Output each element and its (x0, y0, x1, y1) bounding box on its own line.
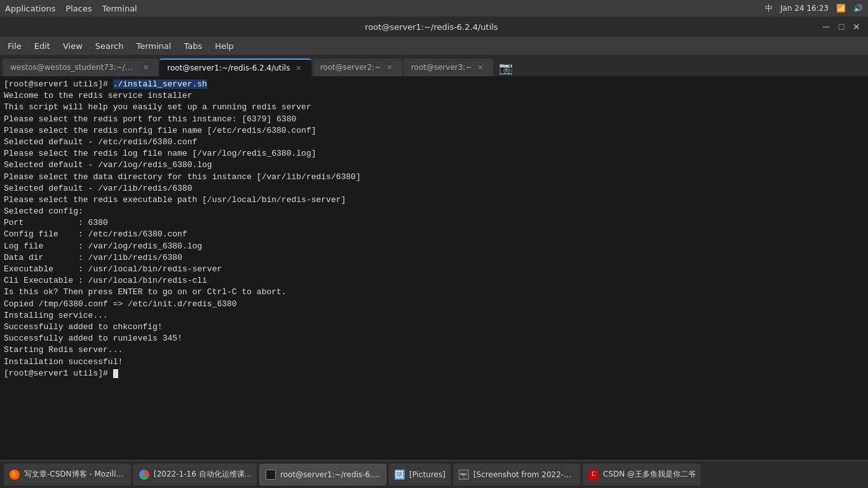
tab-label: westos@westos_student73:~/Deskt... (10, 63, 137, 72)
tab-label-server3: root@server3:~ (411, 63, 472, 72)
tab-server2[interactable]: root@server2:~ ✕ (313, 58, 402, 76)
window-title: root@server1:~/redis-6.2.4/utils (43, 22, 820, 32)
tab-close-westos[interactable]: ✕ (141, 63, 151, 72)
terminal-line: Executable : /usr/local/bin/redis-server (4, 264, 864, 275)
taskbar-label: [Screenshot from 2022-01-... (473, 470, 575, 479)
taskbar-item-4[interactable]: 📷[Screenshot from 2022-01-... (453, 464, 580, 485)
terminal-area[interactable]: [root@server1 utils]# ./install_server.s… (0, 76, 868, 460)
menu-item-search[interactable]: Search (90, 40, 129, 52)
files-icon: 🖼 (395, 470, 405, 480)
terminal-menu[interactable]: Terminal (102, 4, 137, 13)
tab-close-server1[interactable]: ✕ (294, 64, 303, 73)
menu-item-edit[interactable]: Edit (29, 40, 55, 52)
terminal-line: Selected default - /var/log/redis_6380.l… (4, 159, 864, 171)
tab-close-server3[interactable]: ✕ (475, 63, 485, 72)
terminal-line: Log file : /var/log/redis_6380.log (4, 241, 864, 252)
tab-server1[interactable]: root@server1:~/redis-6.2.4/utils ✕ (159, 58, 311, 76)
taskbar-item-0[interactable]: 写文章-CSDN博客 - Mozilla... (4, 464, 131, 485)
terminal-line: Is this ok? Then press ENTER to go on or… (4, 287, 864, 298)
menu-item-file[interactable]: File (3, 40, 27, 52)
menu-item-view[interactable]: View (58, 40, 88, 52)
tabs-bar: westos@westos_student73:~/Deskt... ✕ roo… (0, 55, 868, 76)
taskbar-label: 写文章-CSDN博客 - Mozilla... (24, 469, 126, 480)
system-bar-left: Applications Places Terminal (5, 4, 137, 13)
new-tab-button[interactable]: 📷 (497, 58, 515, 76)
places-menu[interactable]: Places (65, 4, 92, 13)
minimize-button[interactable]: ─ (820, 20, 832, 33)
window-controls: ─ □ ✕ (820, 20, 863, 33)
terminal-icon (266, 470, 276, 480)
terminal-line: Successfully added to chkconfig! (4, 322, 864, 333)
applications-menu[interactable]: Applications (5, 4, 55, 13)
taskbar-item-2[interactable]: root@server1:~/redis-6.2... (259, 464, 386, 485)
system-bar: Applications Places Terminal 中 Jan 24 16… (0, 0, 868, 17)
chrome-icon (139, 470, 149, 480)
tab-close-server2[interactable]: ✕ (384, 63, 394, 72)
terminal-line: Please select the redis config file name… (4, 125, 864, 137)
csdn-icon: C (588, 470, 599, 480)
terminal-line: Successfully added to runlevels 345! (4, 333, 864, 344)
title-bar: root@server1:~/redis-6.2.4/utils ─ □ ✕ (0, 17, 868, 37)
tab-westos[interactable]: westos@westos_student73:~/Deskt... ✕ (3, 58, 158, 76)
tab-label-active: root@server1:~/redis-6.2.4/utils (167, 64, 290, 72)
taskbar-label: CSDN @王多鱼我是你二爷 (603, 469, 696, 480)
terminal-line: Selected config: (4, 206, 864, 217)
terminal-line: Please select the data directory for thi… (4, 172, 864, 183)
terminal-line: Please select the redis log file name [/… (4, 148, 864, 159)
menu-bar: FileEditViewSearchTerminalTabsHelp (0, 37, 868, 55)
system-bar-right: 中 Jan 24 16:23 📶 🔊 (765, 3, 863, 14)
close-button[interactable]: ✕ (850, 20, 863, 33)
screenshot-icon: 📷 (459, 470, 469, 480)
input-indicator[interactable]: 中 (765, 3, 773, 14)
maximize-button[interactable]: □ (835, 20, 848, 33)
terminal-line: This script will help you easily set up … (4, 102, 864, 113)
terminal-line: Please select the redis executable path … (4, 194, 864, 206)
terminal-line: Data dir : /var/lib/redis/6380 (4, 252, 864, 264)
terminal-line: Welcome to the redis service installer (4, 90, 864, 102)
terminal-line: Cli Executable : /usr/local/bin/redis-cl… (4, 275, 864, 287)
terminal-line: [root@server1 utils]# (4, 368, 864, 379)
taskbar: 写文章-CSDN博客 - Mozilla...[2022-1-16 自动化运维课… (0, 460, 868, 488)
terminal-line: [root@server1 utils]# ./install_server.s… (4, 79, 864, 90)
firefox-icon (10, 470, 20, 480)
terminal-line: Starting Redis server... (4, 344, 864, 356)
menu-item-help[interactable]: Help (210, 40, 239, 52)
menu-item-tabs[interactable]: Tabs (179, 40, 207, 52)
tab-label-server2: root@server2:~ (320, 63, 381, 72)
volume-icon: 🔊 (853, 4, 863, 13)
taskbar-label: [2022-1-16 自动化运维课... (154, 469, 252, 480)
terminal-line: Installation successful! (4, 356, 864, 368)
menu-item-terminal[interactable]: Terminal (131, 40, 176, 52)
taskbar-label: root@server1:~/redis-6.2... (280, 470, 381, 479)
taskbar-item-1[interactable]: [2022-1-16 自动化运维课... (133, 464, 257, 485)
datetime-display: Jan 24 16:23 (780, 4, 829, 13)
wifi-icon: 📶 (836, 4, 846, 13)
terminal-line: Selected default - /etc/redis/6380.conf (4, 137, 864, 148)
terminal-cursor (113, 369, 118, 378)
terminal-line: Config file : /etc/redis/6380.conf (4, 229, 864, 240)
taskbar-label: [Pictures] (409, 470, 445, 479)
terminal-line: Please select the redis port for this in… (4, 114, 864, 125)
taskbar-item-3[interactable]: 🖼[Pictures] (389, 464, 451, 485)
highlighted-command: ./install_server.sh (113, 79, 207, 89)
terminal-line: Selected default - /var/lib/redis/6380 (4, 183, 864, 194)
terminal-line: Port : 6380 (4, 217, 864, 229)
tab-server3[interactable]: root@server3:~ ✕ (403, 58, 493, 76)
terminal-line: Installing service... (4, 310, 864, 322)
terminal-line: Copied /tmp/6380.conf => /etc/init.d/red… (4, 299, 864, 310)
taskbar-item-5[interactable]: CCSDN @王多鱼我是你二爷 (583, 464, 701, 485)
